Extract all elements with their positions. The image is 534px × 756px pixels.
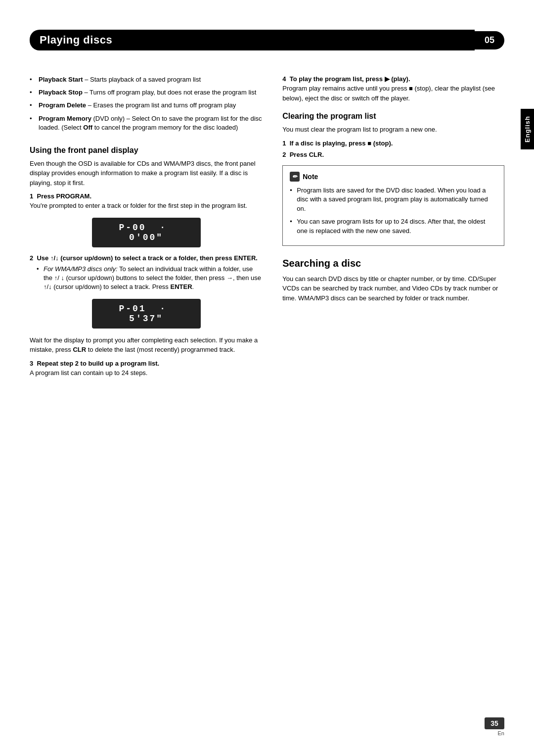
bullet-program-memory: Program Memory (DVD only) – Select On to… <box>30 114 263 132</box>
clearing-step-1-text: If a disc is playing, press ■ (stop). <box>290 140 393 147</box>
front-panel-section: Using the front panel display Even thoug… <box>30 146 263 378</box>
step-2-sub-item: For WMA/MP3 discs only: To select an ind… <box>37 265 263 292</box>
step-2-title: Use ↑/↓ (cursor up/down) to select a tra… <box>37 254 257 262</box>
searching-body: You can search DVD discs by title or cha… <box>282 274 504 303</box>
clearing-step-1: 1 If a disc is playing, press ■ (stop). <box>282 140 504 147</box>
step-3-number: 3 <box>30 360 37 367</box>
step-2-wait-text: Wait for the display to prompt you after… <box>30 335 263 355</box>
front-panel-heading: Using the front panel display <box>30 146 263 155</box>
step-1: 1 Press PROGRAM. You're prompted to ente… <box>30 192 263 211</box>
english-tab: English <box>521 109 534 149</box>
step-2-number: 2 <box>30 254 37 262</box>
feature-bullet-list: Playback Start – Starts playback of a sa… <box>30 75 263 132</box>
chapter-number: 05 <box>475 31 504 49</box>
step-3-title: Repeat step 2 to build up a program list… <box>37 360 159 367</box>
clearing-intro: You must clear the program list to progr… <box>282 125 504 135</box>
clearing-step-2-text: Press CLR. <box>290 151 324 158</box>
main-content: Playback Start – Starts playback of a sa… <box>30 75 504 382</box>
bullet-program-delete: Program Delete – Erases the program list… <box>30 101 263 110</box>
clearing-section: Clearing the program list You must clear… <box>282 112 504 158</box>
searching-section: Searching a disc You can search DVD disc… <box>282 258 504 303</box>
clearing-heading: Clearing the program list <box>282 112 504 121</box>
step-4-number: 4 <box>282 75 289 83</box>
note-list: Program lists are saved for the DVD disc… <box>290 186 497 236</box>
note-item-1: Program lists are saved for the DVD disc… <box>290 186 497 214</box>
page-title: Playing discs <box>30 30 475 50</box>
note-title: ✏ Note <box>290 172 497 182</box>
step-3-body: A program list can contain up to 24 step… <box>30 368 263 378</box>
step-1-number: 1 <box>30 192 37 200</box>
note-icon: ✏ <box>290 172 300 182</box>
note-box: ✏ Note Program lists are saved for the D… <box>282 165 504 246</box>
display-box-1: P-00 · 0'00" <box>92 218 201 247</box>
searching-heading: Searching a disc <box>282 258 504 269</box>
page-number-badge: 35 <box>485 717 504 729</box>
step-4-body: Program play remains active until you pr… <box>282 84 504 103</box>
display-box-2: P-01 · 5'37" <box>92 299 201 329</box>
bullet-playback-stop: Playback Stop – Turns off program play, … <box>30 88 263 97</box>
step-2-sub-list: For WMA/MP3 discs only: To select an ind… <box>30 265 263 292</box>
page-en-label: En <box>498 730 504 736</box>
front-panel-body: Even though the OSD is available for CDs… <box>30 159 263 188</box>
left-column: Playback Start – Starts playback of a sa… <box>30 75 263 382</box>
bullet-playback-start: Playback Start – Starts playback of a sa… <box>30 75 263 84</box>
note-item-2: You can save program lists for up to 24 … <box>290 217 497 236</box>
step-2: 2 Use ↑/↓ (cursor up/down) to select a t… <box>30 254 263 292</box>
note-label: Note <box>303 172 318 182</box>
step-3: 3 Repeat step 2 to build up a program li… <box>30 360 263 378</box>
page-footer: 35 En <box>485 717 504 736</box>
clearing-step-2: 2 Press CLR. <box>282 151 504 158</box>
page-header: Playing discs 05 <box>30 30 504 50</box>
right-column: 4 To play the program list, press ▶ (pla… <box>282 75 504 382</box>
step-1-body: You're prompted to enter a track or fold… <box>30 201 263 211</box>
step-4: 4 To play the program list, press ▶ (pla… <box>282 75 504 103</box>
step-4-title: To play the program list, press ▶ (play)… <box>290 75 410 83</box>
step-1-title: Press PROGRAM. <box>37 192 91 200</box>
